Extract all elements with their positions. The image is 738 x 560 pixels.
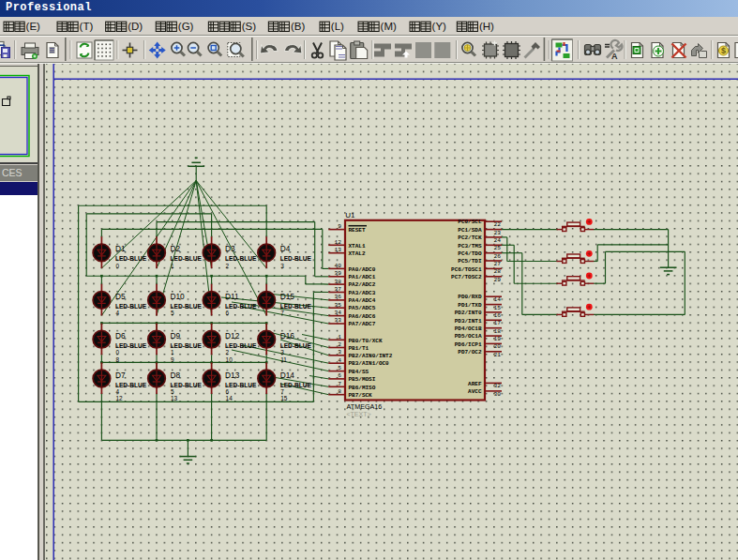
svg-text:24: 24 [494, 237, 502, 244]
svg-text:PC5/TDI: PC5/TDI [458, 258, 482, 265]
svg-text:1: 1 [171, 349, 174, 356]
svg-text:(G): (G) [178, 21, 194, 32]
svg-text:21: 21 [494, 352, 502, 358]
svg-text:D3: D3 [225, 244, 235, 253]
svg-text:LED-BLUE: LED-BLUE [115, 382, 147, 388]
svg-text:PD7/OC2: PD7/OC2 [458, 349, 482, 356]
svg-text:D1: D1 [115, 244, 126, 253]
svg-text:LED-BLUE: LED-BLUE [115, 255, 147, 262]
svg-text:PB4/SS: PB4/SS [349, 369, 369, 375]
svg-text:23: 23 [494, 230, 502, 236]
svg-text:39: 39 [335, 270, 342, 277]
svg-text:PC2/TCK: PC2/TCK [458, 235, 482, 241]
svg-text:PC3/TMS: PC3/TMS [458, 243, 482, 250]
svg-text:PC7/TOSC2: PC7/TOSC2 [451, 274, 482, 280]
svg-text:15: 15 [494, 305, 502, 311]
svg-text:22: 22 [494, 221, 502, 228]
svg-text:PB1/T1: PB1/T1 [349, 345, 369, 352]
svg-text:D4: D4 [280, 244, 291, 253]
svg-text:LED-BLUE: LED-BLUE [171, 342, 203, 349]
svg-text:D7: D7 [115, 371, 126, 380]
svg-text:U1: U1 [345, 211, 355, 219]
svg-text:PA4/ADC4: PA4/ADC4 [349, 297, 376, 304]
svg-text:PA2/ADC2: PA2/ADC2 [349, 281, 376, 288]
svg-text:A: A [611, 52, 618, 61]
svg-text:LED-BLUE: LED-BLUE [171, 303, 203, 310]
svg-text:AVCC: AVCC [468, 388, 482, 395]
svg-text:40: 40 [335, 263, 342, 269]
svg-text:20: 20 [494, 343, 502, 350]
svg-text:LED-BLUE: LED-BLUE [280, 342, 312, 349]
svg-text:LED-BLUE: LED-BLUE [280, 382, 312, 388]
svg-text:PA7/ADC7: PA7/ADC7 [349, 321, 376, 327]
svg-text:LED-BLUE: LED-BLUE [225, 255, 257, 262]
svg-text:13: 13 [171, 395, 178, 401]
svg-text:D16: D16 [280, 331, 295, 341]
svg-text:13: 13 [335, 247, 342, 253]
svg-text:37: 37 [335, 286, 342, 293]
svg-text:LED-BLUE: LED-BLUE [225, 342, 257, 349]
svg-text:4: 4 [115, 388, 119, 395]
svg-text:LED-BLUE: LED-BLUE [115, 303, 147, 310]
svg-text:7: 7 [338, 381, 341, 387]
svg-text:PC0/SCL: PC0/SCL [458, 219, 482, 225]
svg-text:17: 17 [494, 320, 502, 326]
svg-text:RESET: RESET [349, 227, 366, 234]
svg-text:LED-BLUE: LED-BLUE [115, 342, 147, 349]
svg-text:(L): (L) [331, 21, 344, 32]
svg-text:3: 3 [280, 349, 284, 356]
svg-text:PD6/ICP1: PD6/ICP1 [455, 341, 482, 348]
svg-text:12: 12 [115, 395, 123, 401]
svg-text:5: 5 [171, 310, 174, 316]
svg-text:PD2/INT0: PD2/INT0 [455, 310, 482, 316]
svg-text:LED-BLUE: LED-BLUE [280, 255, 312, 262]
svg-text:D9: D9 [171, 331, 181, 341]
svg-text:(M): (M) [381, 21, 397, 32]
svg-text:D6: D6 [115, 331, 126, 341]
svg-text:30: 30 [494, 391, 502, 398]
svg-text:14: 14 [494, 296, 502, 303]
svg-text:XTAL1: XTAL1 [349, 243, 366, 250]
svg-text:28: 28 [494, 268, 502, 275]
svg-text:(S): (S) [242, 21, 257, 32]
svg-text:33: 33 [335, 317, 342, 324]
svg-text:LED-BLUE: LED-BLUE [171, 255, 203, 262]
svg-text:18: 18 [494, 328, 502, 335]
svg-text:3: 3 [280, 263, 284, 269]
svg-text:(T): (T) [80, 21, 94, 32]
svg-text:6: 6 [226, 310, 230, 316]
svg-text:PA5/ADC5: PA5/ADC5 [349, 305, 376, 311]
svg-text:$: $ [721, 46, 726, 55]
svg-text:(H): (H) [479, 21, 494, 32]
svg-text:LED-BLUE: LED-BLUE [171, 382, 203, 388]
svg-text:D10: D10 [171, 292, 186, 301]
svg-text:2: 2 [226, 349, 230, 356]
svg-text:(Y): (Y) [432, 21, 447, 32]
svg-text:PA3/ADC3: PA3/ADC3 [349, 290, 376, 296]
svg-text:PD4/OC1B: PD4/OC1B [455, 325, 482, 332]
svg-text:PC1/SDA: PC1/SDA [458, 227, 482, 234]
svg-text:PC6/TOSC1: PC6/TOSC1 [451, 266, 482, 273]
svg-text:4: 4 [115, 310, 119, 316]
svg-text:15: 15 [280, 395, 288, 401]
svg-text:9: 9 [338, 223, 341, 230]
svg-text:11: 11 [280, 356, 287, 363]
svg-text:PB0/T0/XCK: PB0/T0/XCK [349, 338, 383, 344]
svg-text:5: 5 [171, 388, 174, 395]
svg-text:16: 16 [494, 312, 502, 319]
svg-text:2: 2 [338, 341, 341, 348]
svg-text:3: 3 [338, 349, 341, 356]
svg-text:D13: D13 [225, 371, 240, 380]
svg-text:D15: D15 [280, 292, 295, 301]
svg-text:29: 29 [494, 277, 502, 283]
svg-text:D8: D8 [171, 371, 181, 380]
svg-text:34: 34 [335, 310, 342, 316]
svg-text:25: 25 [494, 245, 502, 251]
svg-text:32: 32 [494, 383, 502, 389]
svg-text:LED-BLUE: LED-BLUE [225, 303, 257, 310]
svg-text:D14: D14 [280, 371, 295, 380]
svg-text:PA6/ADC6: PA6/ADC6 [349, 313, 376, 320]
svg-text:7: 7 [280, 388, 284, 395]
svg-text:PB7/SCK: PB7/SCK [349, 392, 373, 399]
svg-text:XTAL2: XTAL2 [349, 250, 366, 257]
